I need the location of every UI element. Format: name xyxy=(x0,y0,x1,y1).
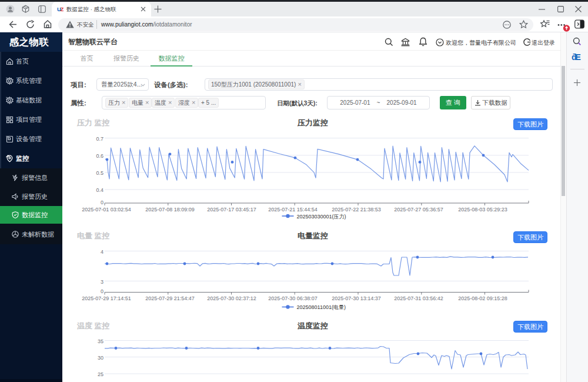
svg-text:2025-07-27 05:36:57: 2025-07-27 05:36:57 xyxy=(394,207,443,212)
svg-text:0: 0 xyxy=(101,200,103,205)
svg-text:2025-07-29 21:54:47: 2025-07-29 21:54:47 xyxy=(145,295,195,301)
svg-text:压力 监控: 压力 监控 xyxy=(76,118,110,127)
svg-text:4: 4 xyxy=(101,249,103,255)
svg-text:0: 0 xyxy=(101,288,103,294)
svg-text:2025-07-29 17:14:51: 2025-07-29 17:14:51 xyxy=(82,295,131,301)
svg-text:压力监控: 压力监控 xyxy=(297,118,328,127)
svg-text:30: 30 xyxy=(98,355,103,361)
svg-text:2025-07-31 03:56:42: 2025-07-31 03:56:42 xyxy=(394,295,443,301)
svg-text:2025-07-30 13:14:37: 2025-07-30 13:14:37 xyxy=(332,295,381,301)
svg-text:25: 25 xyxy=(98,371,103,377)
svg-text:0.4: 0.4 xyxy=(96,187,103,193)
svg-text:0.6: 0.6 xyxy=(96,153,103,159)
svg-text:3: 3 xyxy=(101,279,103,285)
svg-text:温度 监控: 温度 监控 xyxy=(76,321,110,330)
svg-text:2025-07-22 21:38:53: 2025-07-22 21:38:53 xyxy=(332,207,381,212)
svg-text:温度监控: 温度监控 xyxy=(297,321,328,330)
svg-text:电量监控: 电量监控 xyxy=(298,231,328,240)
svg-text:2025-08-02 09:15:28: 2025-08-02 09:15:28 xyxy=(458,295,507,301)
svg-text:35: 35 xyxy=(98,338,103,344)
svg-text:电量 监控: 电量 监控 xyxy=(77,231,110,240)
svg-text:0.7: 0.7 xyxy=(96,136,103,142)
svg-text:2025-07-21 15:44:54: 2025-07-21 15:44:54 xyxy=(268,207,318,212)
svg-text:2025-08-03 05:29:23: 2025-08-03 05:29:23 xyxy=(458,207,507,212)
svg-text:0.5: 0.5 xyxy=(96,170,103,176)
svg-text:2025-07-30 02:37:12: 2025-07-30 02:37:12 xyxy=(207,295,256,301)
svg-text:2025-07-08 18:09:09: 2025-07-08 18:09:09 xyxy=(145,207,195,212)
svg-text:2025-07-30 06:38:07: 2025-07-30 06:38:07 xyxy=(268,295,318,301)
svg-text:202503030001(压力): 202503030001(压力) xyxy=(297,214,346,220)
svg-text:2025-07-17 03:45:17: 2025-07-17 03:45:17 xyxy=(207,207,256,212)
svg-text:202508011001(电量): 202508011001(电量) xyxy=(297,304,346,310)
svg-text:2025-07-01 03:02:54: 2025-07-01 03:02:54 xyxy=(82,207,131,212)
